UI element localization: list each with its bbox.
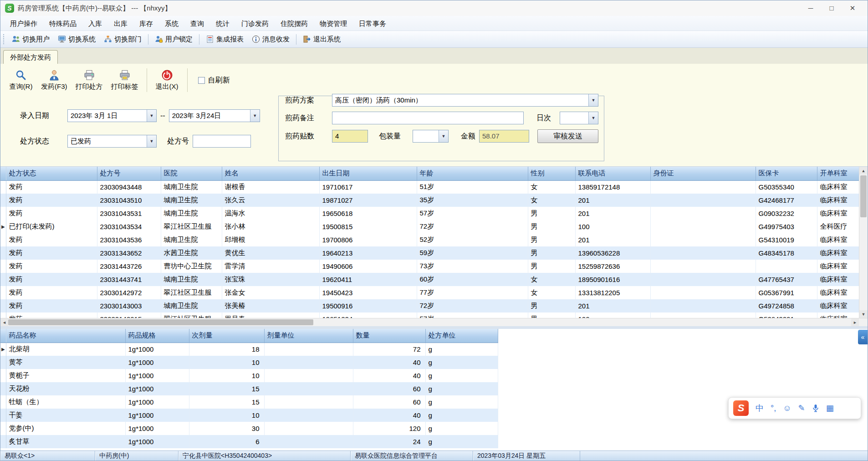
- menu-item-system[interactable]: 系统: [159, 16, 184, 31]
- menu-item-daily-affairs[interactable]: 日常事务: [353, 16, 392, 31]
- table-row[interactable]: 发药23030143003城南卫生院张美椿1950091672岁男201G497…: [0, 299, 860, 312]
- column-header[interactable]: 剂量单位: [264, 329, 353, 343]
- sogou-logo-icon[interactable]: S: [733, 400, 749, 416]
- column-header[interactable]: 处方状态: [6, 167, 97, 180]
- column-header[interactable]: 药品规格: [125, 329, 189, 343]
- exit-system-button[interactable]: 退出系统: [299, 33, 345, 46]
- table-row[interactable]: 党参(中)1g*100030120g: [0, 422, 498, 435]
- chevron-down-icon[interactable]: ▼: [439, 130, 448, 142]
- doses-input[interactable]: 4: [332, 130, 368, 143]
- decoction-plan-select[interactable]: 高压（密闭）汤药（30min） ▼: [332, 94, 598, 107]
- column-header[interactable]: 医保卡: [756, 167, 817, 180]
- emoji-icon[interactable]: ☺: [783, 404, 791, 413]
- rx-status-select[interactable]: 已发药 ▼: [67, 135, 157, 148]
- chevron-down-icon[interactable]: ▼: [588, 112, 598, 124]
- date-from-picker[interactable]: 2023年 3月 1日 ▼: [67, 109, 157, 122]
- microphone-icon[interactable]: [812, 404, 819, 412]
- column-header[interactable]: 医院: [161, 167, 222, 180]
- prescription-grid: 处方状态处方号医院姓名出生日期年龄性别联系电话身份证医保卡开单科室 发药2303…: [0, 167, 868, 318]
- column-header[interactable]: 性别: [528, 167, 575, 180]
- scrollbar-thumb[interactable]: [8, 319, 313, 325]
- table-row[interactable]: 牡蛎（生）1g*10001560g: [0, 395, 498, 409]
- column-header[interactable]: 处方号: [97, 167, 161, 180]
- integrated-report-button[interactable]: 集成报表: [202, 33, 248, 46]
- maximize-button[interactable]: □: [821, 0, 842, 16]
- table-row[interactable]: 发药23031343652水茜卫生院黄优生1964021359岁男1396053…: [0, 246, 860, 260]
- toolbox-grid-icon[interactable]: ▦: [826, 403, 834, 413]
- scroll-up-icon[interactable]: ▲: [859, 167, 868, 174]
- audit-send-button[interactable]: 审核发送: [537, 129, 598, 143]
- scroll-right-icon[interactable]: ►: [851, 318, 859, 326]
- table-row[interactable]: 发药23031043531城南卫生院温海水1965061857岁男201G090…: [0, 207, 860, 220]
- message-button[interactable]: 消息收发: [248, 33, 294, 46]
- handwriting-icon[interactable]: ✎: [798, 403, 805, 413]
- scrollbar-thumb[interactable]: [860, 175, 867, 217]
- print-prescription-button[interactable]: 打印处方: [71, 67, 107, 94]
- menu-item-query[interactable]: 查询: [184, 16, 210, 31]
- table-row[interactable]: 黄芩1g*10001040g: [0, 356, 498, 369]
- column-header[interactable]: 年龄: [417, 167, 528, 180]
- chevron-down-icon[interactable]: ▼: [147, 135, 156, 147]
- column-header[interactable]: 开单科室: [817, 167, 860, 180]
- column-header[interactable]: 出生日期: [319, 167, 417, 180]
- auto-refresh-checkbox[interactable]: [198, 77, 205, 84]
- table-row[interactable]: 发药23030142972翠江社区卫生服张金女1945042377岁女13313…: [0, 286, 860, 299]
- decoction-note-input[interactable]: [332, 112, 524, 124]
- table-row[interactable]: 干姜1g*10001040g: [0, 409, 498, 422]
- column-header[interactable]: 姓名: [222, 167, 319, 180]
- table-row[interactable]: ▶北柴胡1g*10001872g: [0, 343, 498, 356]
- table-row[interactable]: 发药23031043536城南卫生院邱增根1970080652岁男201G543…: [0, 233, 860, 246]
- query-button[interactable]: 查询(R): [5, 67, 37, 94]
- table-row[interactable]: 发药23030143015翠江社区卫生服罗昌春1965122457岁男100G5…: [0, 312, 860, 318]
- menu-item-inpatient-dispensing[interactable]: 住院摆药: [275, 16, 314, 31]
- collapse-panel-button[interactable]: «: [858, 330, 868, 344]
- column-header[interactable]: 联系电话: [575, 167, 650, 180]
- amount-input[interactable]: 58.07: [479, 130, 529, 143]
- menu-item-inventory[interactable]: 库存: [133, 16, 159, 31]
- user-lock-button[interactable]: 用户锁定: [151, 33, 197, 46]
- switch-department-button[interactable]: 切换部门: [100, 33, 146, 46]
- table-row[interactable]: 发药23031443741城南卫生院张宝珠1962041160岁女1895090…: [0, 273, 860, 286]
- date-to-picker[interactable]: 2023年 3月24日 ▼: [169, 109, 260, 122]
- menu-item-special-drugs[interactable]: 特殊药品: [43, 16, 82, 31]
- close-button[interactable]: ✕: [842, 0, 863, 16]
- chevron-down-icon[interactable]: ▼: [250, 110, 260, 122]
- chevron-down-icon[interactable]: ▼: [147, 110, 156, 122]
- chinese-mode-icon[interactable]: 中: [756, 403, 764, 414]
- menu-item-inbound[interactable]: 入库: [82, 16, 108, 31]
- table-row[interactable]: 发药23031443726曹坊中心卫生院雷学清1949060673岁男15259…: [0, 260, 860, 273]
- menu-item-statistics[interactable]: 统计: [210, 16, 235, 31]
- column-header[interactable]: 身份证: [650, 167, 756, 180]
- scroll-left-icon[interactable]: ◄: [0, 318, 8, 326]
- minimize-button[interactable]: ─: [800, 0, 821, 16]
- punctuation-icon[interactable]: °,: [771, 404, 776, 413]
- table-row[interactable]: 炙甘草1g*1000624g: [0, 435, 498, 448]
- horizontal-scrollbar[interactable]: ◄ ►: [0, 318, 868, 326]
- daily-times-select[interactable]: ▼: [560, 112, 598, 124]
- menu-item-material-management[interactable]: 物资管理: [314, 16, 353, 31]
- rx-no-input[interactable]: [193, 135, 251, 148]
- column-header[interactable]: 数量: [353, 329, 425, 343]
- menu-item-outpatient-dispensing[interactable]: 门诊发药: [235, 16, 275, 31]
- table-row[interactable]: 天花粉1g*10001560g: [0, 382, 498, 395]
- print-label-button[interactable]: 打印标签: [107, 67, 143, 94]
- switch-user-button[interactable]: 切换用户: [8, 33, 54, 46]
- scroll-down-icon[interactable]: ▼: [859, 310, 868, 318]
- menu-item-user-operations[interactable]: 用户操作: [4, 16, 43, 31]
- table-row[interactable]: 发药23030943448城南卫生院谢根香1971061751岁女1385917…: [0, 180, 860, 194]
- tab-external-prescription-dispensing[interactable]: 外部处方发药: [3, 50, 58, 64]
- table-row[interactable]: ▶已打印(未发药)23031043534翠江社区卫生服张小林1950081572…: [0, 220, 860, 233]
- table-row[interactable]: 黄栀子1g*10001040g: [0, 369, 498, 382]
- column-header[interactable]: 次剂量: [189, 329, 264, 343]
- column-header[interactable]: 药品名称: [6, 329, 125, 343]
- dispense-button[interactable]: 发药(F3): [37, 67, 71, 94]
- package-select[interactable]: ▼: [413, 130, 449, 143]
- table-row[interactable]: 发药23031043510城南卫生院张久云1987102735岁女201G424…: [0, 194, 860, 207]
- exit-button[interactable]: 退出(X): [151, 67, 183, 94]
- chevron-down-icon[interactable]: ▼: [588, 94, 598, 106]
- menu-item-outbound[interactable]: 出库: [108, 16, 133, 31]
- column-header[interactable]: 处方单位: [425, 329, 498, 343]
- table-cell: [756, 260, 817, 273]
- switch-system-button[interactable]: 切换系统: [54, 33, 100, 46]
- vertical-scrollbar[interactable]: ▲ ▼: [859, 167, 868, 318]
